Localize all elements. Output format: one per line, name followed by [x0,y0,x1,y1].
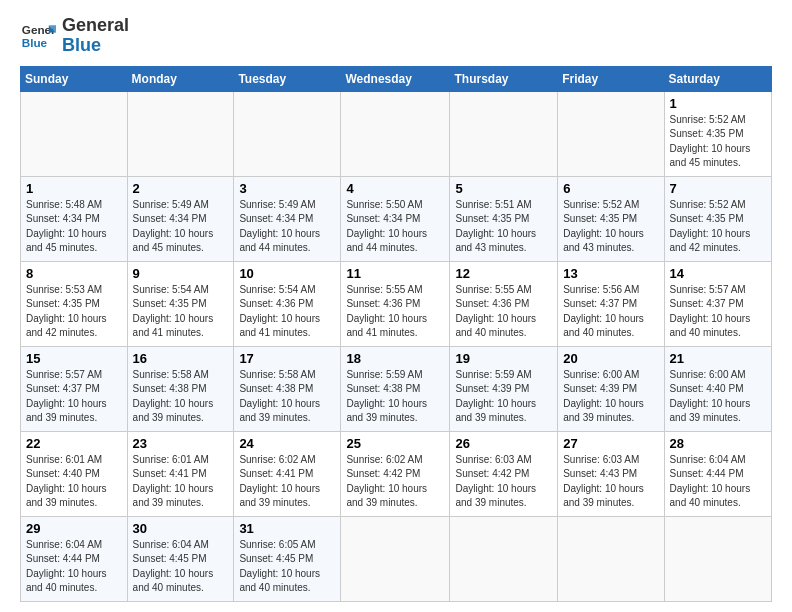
day-number: 16 [133,351,229,366]
calendar-table: SundayMondayTuesdayWednesdayThursdayFrid… [20,66,772,602]
calendar-cell: 16Sunrise: 5:58 AMSunset: 4:38 PMDayligh… [127,346,234,431]
calendar-cell: 9Sunrise: 5:54 AMSunset: 4:35 PMDaylight… [127,261,234,346]
day-info: Sunrise: 5:52 AMSunset: 4:35 PMDaylight:… [670,198,766,256]
day-number: 20 [563,351,658,366]
weekday-header: Monday [127,66,234,91]
calendar-week-row: 29Sunrise: 6:04 AMSunset: 4:44 PMDayligh… [21,516,772,601]
calendar-cell: 15Sunrise: 5:57 AMSunset: 4:37 PMDayligh… [21,346,128,431]
calendar-cell: 13Sunrise: 5:56 AMSunset: 4:37 PMDayligh… [558,261,664,346]
calendar-cell: 18Sunrise: 5:59 AMSunset: 4:38 PMDayligh… [341,346,450,431]
calendar-cell [21,91,128,176]
page: General Blue General Blue SundayMondayTu… [0,0,792,612]
day-info: Sunrise: 5:54 AMSunset: 4:36 PMDaylight:… [239,283,335,341]
day-info: Sunrise: 6:02 AMSunset: 4:42 PMDaylight:… [346,453,444,511]
calendar-cell: 10Sunrise: 5:54 AMSunset: 4:36 PMDayligh… [234,261,341,346]
day-number: 23 [133,436,229,451]
day-number: 2 [133,181,229,196]
day-number: 14 [670,266,766,281]
day-number: 19 [455,351,552,366]
calendar-cell: 8Sunrise: 5:53 AMSunset: 4:35 PMDaylight… [21,261,128,346]
day-info: Sunrise: 5:55 AMSunset: 4:36 PMDaylight:… [346,283,444,341]
calendar-cell [558,516,664,601]
weekday-header: Sunday [21,66,128,91]
weekday-header: Saturday [664,66,771,91]
day-info: Sunrise: 5:57 AMSunset: 4:37 PMDaylight:… [26,368,122,426]
day-info: Sunrise: 5:49 AMSunset: 4:34 PMDaylight:… [133,198,229,256]
calendar-cell: 19Sunrise: 5:59 AMSunset: 4:39 PMDayligh… [450,346,558,431]
calendar-cell: 25Sunrise: 6:02 AMSunset: 4:42 PMDayligh… [341,431,450,516]
day-number: 7 [670,181,766,196]
weekday-header: Tuesday [234,66,341,91]
calendar-cell: 27Sunrise: 6:03 AMSunset: 4:43 PMDayligh… [558,431,664,516]
calendar-cell: 11Sunrise: 5:55 AMSunset: 4:36 PMDayligh… [341,261,450,346]
day-number: 1 [26,181,122,196]
calendar-cell: 12Sunrise: 5:55 AMSunset: 4:36 PMDayligh… [450,261,558,346]
day-number: 15 [26,351,122,366]
day-info: Sunrise: 5:51 AMSunset: 4:35 PMDaylight:… [455,198,552,256]
calendar-cell: 7Sunrise: 5:52 AMSunset: 4:35 PMDaylight… [664,176,771,261]
day-number: 5 [455,181,552,196]
day-info: Sunrise: 6:02 AMSunset: 4:41 PMDaylight:… [239,453,335,511]
calendar-cell: 17Sunrise: 5:58 AMSunset: 4:38 PMDayligh… [234,346,341,431]
calendar-cell: 26Sunrise: 6:03 AMSunset: 4:42 PMDayligh… [450,431,558,516]
day-info: Sunrise: 6:04 AMSunset: 4:44 PMDaylight:… [670,453,766,511]
calendar-cell [450,91,558,176]
day-info: Sunrise: 5:53 AMSunset: 4:35 PMDaylight:… [26,283,122,341]
day-number: 30 [133,521,229,536]
calendar-cell: 22Sunrise: 6:01 AMSunset: 4:40 PMDayligh… [21,431,128,516]
calendar-week-row: 15Sunrise: 5:57 AMSunset: 4:37 PMDayligh… [21,346,772,431]
day-number: 22 [26,436,122,451]
calendar-cell: 20Sunrise: 6:00 AMSunset: 4:39 PMDayligh… [558,346,664,431]
day-number: 31 [239,521,335,536]
calendar-cell [341,516,450,601]
calendar-cell [450,516,558,601]
day-number: 28 [670,436,766,451]
weekday-header: Friday [558,66,664,91]
day-number: 8 [26,266,122,281]
day-number: 21 [670,351,766,366]
calendar-cell: 24Sunrise: 6:02 AMSunset: 4:41 PMDayligh… [234,431,341,516]
calendar-cell: 2Sunrise: 5:49 AMSunset: 4:34 PMDaylight… [127,176,234,261]
calendar-cell: 1Sunrise: 5:52 AMSunset: 4:35 PMDaylight… [664,91,771,176]
day-info: Sunrise: 6:01 AMSunset: 4:41 PMDaylight:… [133,453,229,511]
calendar-cell: 14Sunrise: 5:57 AMSunset: 4:37 PMDayligh… [664,261,771,346]
day-number: 27 [563,436,658,451]
day-info: Sunrise: 6:00 AMSunset: 4:39 PMDaylight:… [563,368,658,426]
day-info: Sunrise: 5:55 AMSunset: 4:36 PMDaylight:… [455,283,552,341]
day-info: Sunrise: 5:49 AMSunset: 4:34 PMDaylight:… [239,198,335,256]
day-info: Sunrise: 5:52 AMSunset: 4:35 PMDaylight:… [563,198,658,256]
calendar-cell [341,91,450,176]
day-info: Sunrise: 5:50 AMSunset: 4:34 PMDaylight:… [346,198,444,256]
weekday-header: Thursday [450,66,558,91]
calendar-week-row: 22Sunrise: 6:01 AMSunset: 4:40 PMDayligh… [21,431,772,516]
day-info: Sunrise: 6:04 AMSunset: 4:44 PMDaylight:… [26,538,122,596]
weekday-header: Wednesday [341,66,450,91]
day-number: 1 [670,96,766,111]
calendar-header-row: SundayMondayTuesdayWednesdayThursdayFrid… [21,66,772,91]
day-info: Sunrise: 6:01 AMSunset: 4:40 PMDaylight:… [26,453,122,511]
day-number: 24 [239,436,335,451]
calendar-cell: 1Sunrise: 5:48 AMSunset: 4:34 PMDaylight… [21,176,128,261]
header: General Blue General Blue [20,16,772,56]
calendar-cell: 31Sunrise: 6:05 AMSunset: 4:45 PMDayligh… [234,516,341,601]
day-info: Sunrise: 6:00 AMSunset: 4:40 PMDaylight:… [670,368,766,426]
day-number: 18 [346,351,444,366]
day-number: 12 [455,266,552,281]
day-number: 4 [346,181,444,196]
logo-icon: General Blue [20,18,56,54]
calendar-week-row: 1Sunrise: 5:48 AMSunset: 4:34 PMDaylight… [21,176,772,261]
day-info: Sunrise: 6:04 AMSunset: 4:45 PMDaylight:… [133,538,229,596]
day-info: Sunrise: 5:52 AMSunset: 4:35 PMDaylight:… [670,113,766,171]
calendar-cell: 23Sunrise: 6:01 AMSunset: 4:41 PMDayligh… [127,431,234,516]
day-info: Sunrise: 5:59 AMSunset: 4:39 PMDaylight:… [455,368,552,426]
calendar-cell: 28Sunrise: 6:04 AMSunset: 4:44 PMDayligh… [664,431,771,516]
day-info: Sunrise: 5:56 AMSunset: 4:37 PMDaylight:… [563,283,658,341]
calendar-week-row: 1Sunrise: 5:52 AMSunset: 4:35 PMDaylight… [21,91,772,176]
calendar-cell [127,91,234,176]
day-number: 3 [239,181,335,196]
day-info: Sunrise: 6:05 AMSunset: 4:45 PMDaylight:… [239,538,335,596]
calendar-cell: 29Sunrise: 6:04 AMSunset: 4:44 PMDayligh… [21,516,128,601]
calendar-week-row: 8Sunrise: 5:53 AMSunset: 4:35 PMDaylight… [21,261,772,346]
svg-text:Blue: Blue [22,36,48,49]
day-info: Sunrise: 5:57 AMSunset: 4:37 PMDaylight:… [670,283,766,341]
